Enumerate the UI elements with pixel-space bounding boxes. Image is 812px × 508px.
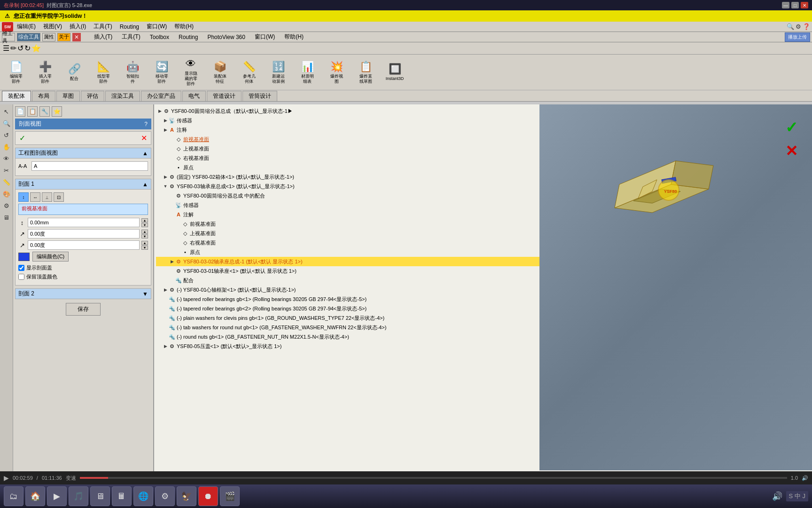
taskbar-settings[interactable]: ⚙	[155, 486, 175, 506]
menu-tools[interactable]: 工具(T)	[90, 22, 116, 32]
tree-bearing-asm[interactable]: ▶ ⚙ YSF80-03-02轴承座总成-1 (默认<默认 显示状态 1>)	[156, 257, 810, 266]
left-icon-settings[interactable]: ⚙	[1, 200, 12, 211]
section-name-input[interactable]	[31, 161, 148, 171]
color-swatch[interactable]	[18, 253, 30, 261]
keep-cap-color-checkbox[interactable]	[18, 274, 24, 280]
spin-up-3[interactable]: ▲	[141, 241, 148, 245]
save-button[interactable]: 保存	[66, 303, 101, 316]
toolbar-explode[interactable]: 💥 爆炸视图	[322, 56, 351, 89]
title-bar-controls[interactable]: — □ ✕	[782, 2, 808, 8]
spin-up-1[interactable]: ▲	[141, 218, 148, 222]
quick-icon-1[interactable]: ☰	[3, 44, 9, 53]
tree-ysf80-01[interactable]: ▶ ⚙ (-) YSF80-01心轴框架<1> (默认<默认_显示状态-1>)	[156, 285, 810, 294]
tab-pipe[interactable]: 管道设计	[207, 91, 242, 101]
tree-round-nut[interactable]: 🔩 (-) round nuts gb<1> (GB_FASTENER_NUT_…	[156, 332, 810, 341]
spin-down-3[interactable]: ▼	[141, 246, 148, 250]
sensors-toggle[interactable]: ▶	[163, 118, 168, 123]
quick-icon-3[interactable]: ↺	[17, 44, 23, 53]
tab-evaluate[interactable]: 评估	[81, 91, 104, 101]
tree-sensors2[interactable]: 📡 传感器	[156, 200, 810, 210]
toolbar-icon-settings[interactable]: ⚙	[796, 23, 801, 30]
tab-electrical[interactable]: 电气	[182, 91, 206, 101]
section-front-icon[interactable]: ↕	[18, 192, 29, 202]
toolbar-icon-search[interactable]: 🔍	[787, 23, 794, 30]
spin-up-2[interactable]: ▲	[141, 230, 148, 234]
btn-close-menu[interactable]: ✕	[72, 33, 81, 41]
vc-progress-bar[interactable]	[80, 477, 787, 479]
tree-washer-1[interactable]: 🔩 (-) plain washers for clevis pins gb<1…	[156, 313, 810, 323]
tree-notes[interactable]: ▶ A 注释	[156, 125, 810, 135]
feature-tree[interactable]: ▶ ⚙ YSF80-00圆筒缩分器总成（默认<默认_显示状态-1▶ ▶ 📡 传感…	[154, 104, 812, 484]
fixed-toggle[interactable]: ▶	[163, 174, 168, 180]
confirm-button[interactable]: ✓	[19, 134, 25, 143]
left-icon-section[interactable]: ✂	[1, 165, 12, 175]
toolbar-smart[interactable]: 🤖 智能扣件	[118, 56, 147, 89]
toolbar-icon-help[interactable]: ❓	[803, 23, 810, 30]
panel-icon-4[interactable]: ⭐	[52, 106, 62, 117]
tree-origin2[interactable]: • 原点	[156, 247, 810, 257]
vc-volume-icon[interactable]: 🔊	[802, 475, 808, 481]
menu2-routing[interactable]: Routing	[175, 33, 202, 41]
panel-help-icon[interactable]: ?	[144, 121, 148, 127]
left-icon-pan[interactable]: ✋	[1, 142, 12, 152]
close-button[interactable]: ✕	[801, 2, 808, 8]
red-x-mark[interactable]: ✕	[785, 142, 798, 160]
tree-bearing-2[interactable]: 🔩 (-) tapered roller bearings gb<2> (Rol…	[156, 304, 810, 313]
tree-right-plane[interactable]: ◇ 右视基准面	[156, 153, 810, 163]
taskbar-monitor[interactable]: 🖥	[90, 486, 110, 506]
tree-bearing-seat[interactable]: ⚙ YSF80-03-01轴承座<1> (默认<默认 显示状态 1>)	[156, 266, 810, 276]
tree-mate2[interactable]: 🔩 配合	[156, 276, 810, 285]
taskbar-calc[interactable]: 🖩	[112, 486, 132, 506]
tree-front-plane[interactable]: ◇ 前视基准面	[156, 135, 810, 144]
tree-ysf80-03[interactable]: ▼ ⚙ YSF80-03轴承座总成<1> (默认<默认_显示状态-1>)	[156, 182, 810, 191]
section-plane-input[interactable]: 前视基准面	[18, 204, 148, 215]
toolbar-ref-geometry[interactable]: 📏 参考几何体	[235, 56, 263, 89]
tree-config[interactable]: ⚙ YSF80-00圆筒缩分器总成 中的配合	[156, 191, 810, 200]
upload-btn[interactable]: 播放上传	[785, 32, 810, 42]
menu-edit[interactable]: 编辑(E)	[13, 22, 39, 32]
left-icon-select[interactable]: ↖	[1, 106, 12, 117]
tree-top-plane2[interactable]: ◇ 上视基准面	[156, 229, 810, 238]
toolbar-insert-parts[interactable]: ➕ 插入零部件	[31, 56, 59, 89]
tree-origin[interactable]: • 原点	[156, 163, 810, 172]
spin-down-1[interactable]: ▼	[141, 223, 148, 227]
section2-header[interactable]: 剖面 2 ▼	[16, 289, 151, 299]
taskbar-video[interactable]: 🎬	[220, 486, 240, 506]
left-icon-display[interactable]: 🖥	[1, 212, 12, 222]
section1-header[interactable]: 剖面 1 ▲	[16, 179, 151, 190]
quick-icon-4[interactable]: ↻	[24, 44, 31, 53]
toolbar-edit-parts[interactable]: 📄 编辑零部件	[2, 56, 30, 89]
param-input-3[interactable]	[28, 240, 140, 250]
param-input-1[interactable]	[28, 218, 140, 227]
menu-window[interactable]: 窗口(W)	[143, 22, 171, 32]
edit-color-button[interactable]: 编辑颜色(C)	[32, 252, 69, 262]
param-input-2[interactable]	[28, 229, 140, 238]
taskbar-bird[interactable]: 🦅	[177, 486, 196, 506]
toolbar-new-motion[interactable]: 🔢 新建运动算例	[264, 56, 292, 89]
left-icon-view[interactable]: 👁	[1, 153, 12, 164]
left-icon-measure[interactable]: 📏	[1, 177, 12, 187]
green-checkmark[interactable]: ✓	[785, 119, 798, 136]
menu-insert[interactable]: 插入(I)	[66, 22, 90, 32]
ysf80-01-toggle[interactable]: ▶	[163, 287, 168, 293]
panel-icon-1[interactable]: 📄	[15, 106, 25, 117]
menu2-tools[interactable]: 工具(T)	[118, 32, 144, 42]
toolbar-linear[interactable]: 📐 线型零部件	[89, 56, 117, 89]
menu-routing[interactable]: Routing	[116, 23, 143, 31]
tree-bearing-1[interactable]: 🔩 (-) tapered roller bearings gb<1> (Rol…	[156, 294, 810, 304]
taskbar-files[interactable]: 🗂	[4, 486, 23, 506]
menu2-help[interactable]: 帮助(H)	[281, 32, 307, 42]
notes-toggle[interactable]: ▶	[163, 127, 168, 133]
tree-notes2[interactable]: A 注解	[156, 210, 810, 219]
tab-office[interactable]: 办公室产品	[141, 91, 181, 101]
minimize-button[interactable]: —	[782, 2, 789, 8]
section-custom-icon[interactable]: ⊡	[54, 192, 64, 202]
vc-play-button[interactable]: ▶	[4, 474, 9, 482]
quick-icon-2[interactable]: ✏	[10, 44, 16, 53]
ysf80-03-toggle[interactable]: ▼	[163, 183, 168, 189]
section-right-icon[interactable]: ⟂	[42, 192, 52, 202]
btn-about[interactable]: 关于	[57, 33, 70, 41]
toolbar-move[interactable]: 🔄 移动零部件	[148, 56, 176, 89]
show-section-cap-checkbox[interactable]	[18, 265, 24, 271]
panel-icon-3[interactable]: 🔧	[39, 106, 50, 117]
